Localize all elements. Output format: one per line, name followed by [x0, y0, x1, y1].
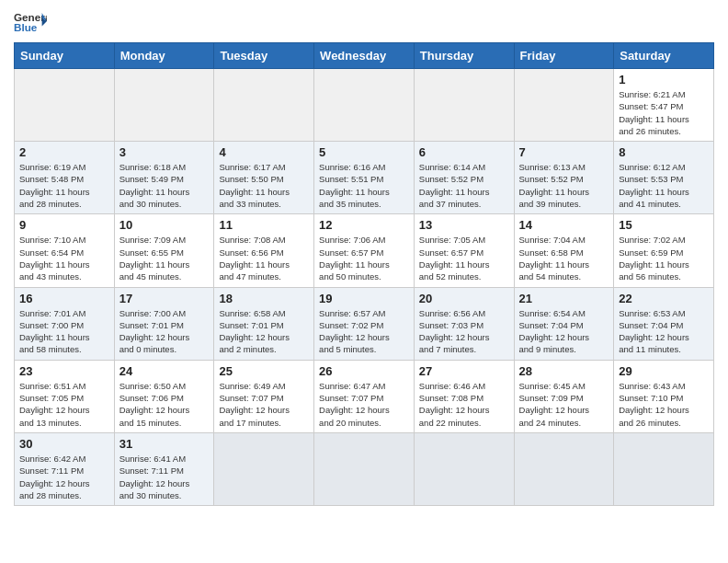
day-number: 18 — [219, 292, 309, 305]
calendar-day: 27Sunrise: 6:46 AM Sunset: 7:08 PM Dayli… — [414, 360, 514, 432]
calendar-day: 13Sunrise: 7:05 AM Sunset: 6:57 PM Dayli… — [414, 214, 514, 287]
calendar-day: 14Sunrise: 7:04 AM Sunset: 6:58 PM Dayli… — [514, 214, 614, 287]
day-info: Sunrise: 7:01 AM Sunset: 7:00 PM Dayligh… — [19, 307, 109, 356]
weekday-header-wednesday: Wednesday — [314, 43, 415, 69]
day-number: 11 — [219, 218, 309, 232]
day-number: 23 — [19, 364, 109, 378]
calendar-day — [414, 432, 514, 505]
calendar-day — [314, 432, 415, 505]
day-number: 16 — [19, 292, 109, 305]
calendar-week-1: 1Sunrise: 6:21 AM Sunset: 5:47 PM Daylig… — [15, 69, 714, 142]
day-number: 22 — [619, 292, 709, 305]
logo: General Blue — [14, 9, 47, 35]
weekday-header-saturday: Saturday — [614, 43, 714, 69]
calendar-day — [414, 69, 514, 142]
svg-text:Blue: Blue — [14, 21, 38, 33]
day-info: Sunrise: 7:05 AM Sunset: 6:57 PM Dayligh… — [419, 234, 509, 282]
day-info: Sunrise: 6:54 AM Sunset: 7:04 PM Dayligh… — [519, 307, 609, 356]
day-number: 10 — [119, 218, 210, 232]
weekday-header-thursday: Thursday — [414, 43, 514, 69]
calendar-day: 12Sunrise: 7:06 AM Sunset: 6:57 PM Dayli… — [314, 214, 415, 287]
day-info: Sunrise: 6:51 AM Sunset: 7:05 PM Dayligh… — [19, 380, 109, 429]
calendar-day: 8Sunrise: 6:12 AM Sunset: 5:53 PM Daylig… — [614, 142, 714, 214]
day-number: 12 — [319, 218, 409, 232]
day-info: Sunrise: 7:06 AM Sunset: 6:57 PM Dayligh… — [319, 234, 409, 282]
day-number: 17 — [119, 292, 210, 305]
day-info: Sunrise: 6:17 AM Sunset: 5:50 PM Dayligh… — [219, 161, 309, 210]
day-number: 4 — [219, 145, 309, 159]
calendar-day: 31Sunrise: 6:41 AM Sunset: 7:11 PM Dayli… — [114, 432, 214, 505]
day-info: Sunrise: 6:16 AM Sunset: 5:51 PM Dayligh… — [319, 161, 409, 210]
calendar-week-4: 16Sunrise: 7:01 AM Sunset: 7:00 PM Dayli… — [15, 287, 714, 360]
calendar-day: 28Sunrise: 6:45 AM Sunset: 7:09 PM Dayli… — [514, 360, 614, 432]
day-info: Sunrise: 7:10 AM Sunset: 6:54 PM Dayligh… — [19, 234, 109, 282]
day-number: 5 — [319, 145, 409, 159]
day-number: 15 — [619, 218, 709, 232]
calendar-week-2: 2Sunrise: 6:19 AM Sunset: 5:48 PM Daylig… — [15, 142, 714, 214]
day-info: Sunrise: 6:14 AM Sunset: 5:52 PM Dayligh… — [419, 161, 509, 210]
calendar-day: 4Sunrise: 6:17 AM Sunset: 5:50 PM Daylig… — [214, 142, 314, 214]
day-info: Sunrise: 7:02 AM Sunset: 6:59 PM Dayligh… — [619, 234, 709, 282]
calendar-day: 23Sunrise: 6:51 AM Sunset: 7:05 PM Dayli… — [15, 360, 115, 432]
day-info: Sunrise: 7:09 AM Sunset: 6:55 PM Dayligh… — [119, 234, 210, 282]
calendar-day: 24Sunrise: 6:50 AM Sunset: 7:06 PM Dayli… — [114, 360, 214, 432]
calendar-day — [514, 432, 614, 505]
calendar-day — [114, 69, 214, 142]
calendar-day: 6Sunrise: 6:14 AM Sunset: 5:52 PM Daylig… — [414, 142, 514, 214]
day-info: Sunrise: 6:53 AM Sunset: 7:04 PM Dayligh… — [619, 307, 709, 356]
calendar-day: 2Sunrise: 6:19 AM Sunset: 5:48 PM Daylig… — [15, 142, 115, 214]
calendar-day: 22Sunrise: 6:53 AM Sunset: 7:04 PM Dayli… — [614, 287, 714, 360]
calendar-day — [314, 69, 415, 142]
weekday-header-friday: Friday — [514, 43, 614, 69]
day-info: Sunrise: 6:58 AM Sunset: 7:01 PM Dayligh… — [219, 307, 309, 356]
calendar-day: 7Sunrise: 6:13 AM Sunset: 5:52 PM Daylig… — [514, 142, 614, 214]
day-number: 19 — [319, 292, 409, 305]
calendar-day: 20Sunrise: 6:56 AM Sunset: 7:03 PM Dayli… — [414, 287, 514, 360]
day-number: 30 — [19, 437, 109, 451]
calendar-day: 10Sunrise: 7:09 AM Sunset: 6:55 PM Dayli… — [114, 214, 214, 287]
calendar-day — [514, 69, 614, 142]
calendar-day — [614, 432, 714, 505]
calendar-day: 25Sunrise: 6:49 AM Sunset: 7:07 PM Dayli… — [214, 360, 314, 432]
day-info: Sunrise: 6:57 AM Sunset: 7:02 PM Dayligh… — [319, 307, 409, 356]
calendar-day: 5Sunrise: 6:16 AM Sunset: 5:51 PM Daylig… — [314, 142, 415, 214]
day-number: 21 — [519, 292, 609, 305]
day-info: Sunrise: 6:46 AM Sunset: 7:08 PM Dayligh… — [419, 380, 509, 429]
day-number: 25 — [219, 364, 309, 378]
calendar-day: 26Sunrise: 6:47 AM Sunset: 7:07 PM Dayli… — [314, 360, 415, 432]
day-number: 27 — [419, 364, 509, 378]
calendar-day: 21Sunrise: 6:54 AM Sunset: 7:04 PM Dayli… — [514, 287, 614, 360]
calendar-day: 16Sunrise: 7:01 AM Sunset: 7:00 PM Dayli… — [15, 287, 115, 360]
day-info: Sunrise: 6:21 AM Sunset: 5:47 PM Dayligh… — [619, 88, 709, 137]
calendar-day: 15Sunrise: 7:02 AM Sunset: 6:59 PM Dayli… — [614, 214, 714, 287]
day-number: 20 — [419, 292, 509, 305]
day-info: Sunrise: 6:13 AM Sunset: 5:52 PM Dayligh… — [519, 161, 609, 210]
calendar-day: 9Sunrise: 7:10 AM Sunset: 6:54 PM Daylig… — [15, 214, 115, 287]
day-info: Sunrise: 7:00 AM Sunset: 7:01 PM Dayligh… — [119, 307, 210, 356]
day-number: 24 — [119, 364, 210, 378]
day-info: Sunrise: 7:08 AM Sunset: 6:56 PM Dayligh… — [219, 234, 309, 282]
page-header: General Blue — [14, 9, 714, 35]
day-info: Sunrise: 7:04 AM Sunset: 6:58 PM Dayligh… — [519, 234, 609, 282]
day-number: 14 — [519, 218, 609, 232]
calendar-day: 1Sunrise: 6:21 AM Sunset: 5:47 PM Daylig… — [614, 69, 714, 142]
day-number: 29 — [619, 364, 709, 378]
calendar-day: 17Sunrise: 7:00 AM Sunset: 7:01 PM Dayli… — [114, 287, 214, 360]
day-info: Sunrise: 6:18 AM Sunset: 5:49 PM Dayligh… — [119, 161, 210, 210]
calendar-week-6: 30Sunrise: 6:42 AM Sunset: 7:11 PM Dayli… — [15, 432, 714, 505]
day-number: 3 — [119, 145, 210, 159]
day-info: Sunrise: 6:56 AM Sunset: 7:03 PM Dayligh… — [419, 307, 509, 356]
calendar-day — [214, 432, 314, 505]
day-number: 6 — [419, 145, 509, 159]
weekday-header-tuesday: Tuesday — [214, 43, 314, 69]
calendar-day — [214, 69, 314, 142]
calendar-day: 3Sunrise: 6:18 AM Sunset: 5:49 PM Daylig… — [114, 142, 214, 214]
calendar-day: 30Sunrise: 6:42 AM Sunset: 7:11 PM Dayli… — [15, 432, 115, 505]
day-number: 1 — [619, 73, 709, 86]
calendar-day — [15, 69, 115, 142]
day-number: 2 — [19, 145, 109, 159]
day-number: 28 — [519, 364, 609, 378]
day-number: 26 — [319, 364, 409, 378]
calendar-day: 29Sunrise: 6:43 AM Sunset: 7:10 PM Dayli… — [614, 360, 714, 432]
weekday-header-monday: Monday — [114, 43, 214, 69]
